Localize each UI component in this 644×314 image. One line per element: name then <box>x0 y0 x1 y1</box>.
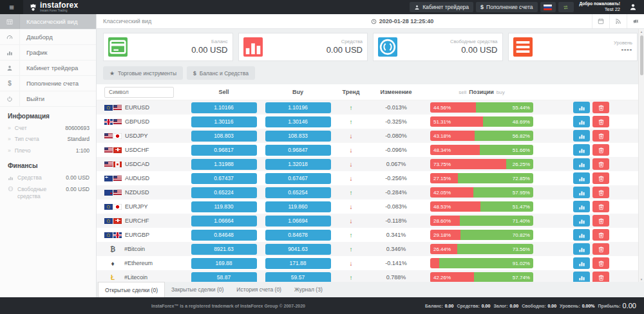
buy-price-button[interactable]: 0.96847 <box>265 145 331 156</box>
buy-price-button[interactable]: 0.67467 <box>265 173 331 184</box>
sidebar-item-logout[interactable]: Выйти <box>0 91 96 107</box>
sell-price-button[interactable]: 1.30116 <box>191 116 257 127</box>
sell-price-button[interactable]: 0.65224 <box>191 187 257 198</box>
coin-icon <box>378 37 397 57</box>
megaphone-icon[interactable] <box>627 14 644 28</box>
vertical-scrollbar[interactable]: ▴ ▾ <box>638 29 644 282</box>
sell-positions-segment: 28.60% <box>430 216 460 226</box>
delete-button[interactable] <box>592 272 609 282</box>
deposit-button[interactable]: $ Пополнение счета <box>476 2 537 12</box>
trend-cell: ↓ <box>335 175 367 182</box>
positions-cell: 91.02% <box>425 258 573 268</box>
delete-button[interactable] <box>592 116 609 127</box>
open-chart-button[interactable] <box>573 229 590 241</box>
bar-chart-icon <box>578 274 585 281</box>
avatar[interactable] <box>626 2 640 13</box>
sell-price-button[interactable]: 0.67437 <box>191 173 257 184</box>
buy-price-button[interactable]: 108.833 <box>265 131 331 142</box>
open-chart-button[interactable] <box>573 272 590 282</box>
symbol-cell: ₿#Bitcoin <box>97 246 187 253</box>
sell-price-button[interactable]: 0.96817 <box>191 145 257 156</box>
open-chart-button[interactable] <box>573 243 590 255</box>
buy-price-button[interactable]: 59.57 <box>265 272 331 282</box>
trading-instruments-button[interactable]: ★ Торговые инструменты <box>103 66 183 80</box>
open-chart-button[interactable] <box>573 201 590 212</box>
buy-price-button[interactable]: 9041.63 <box>265 244 331 255</box>
sidebar-item-classic-view[interactable]: Классический вид <box>0 14 96 30</box>
buy-price-button[interactable]: 0.84678 <box>265 230 331 241</box>
sidebar-item-trader-cabinet[interactable]: Кабинет трейдера <box>0 60 96 76</box>
tab-account-history[interactable]: История счета (0) <box>230 282 288 297</box>
buy-cell: 1.32018 <box>261 159 335 170</box>
open-chart-button[interactable] <box>573 102 590 113</box>
delete-button[interactable] <box>592 257 609 269</box>
open-chart-button[interactable] <box>573 116 590 127</box>
buy-price-button[interactable]: 1.32018 <box>265 159 331 170</box>
sell-percent: 42.05% <box>433 190 451 196</box>
open-chart-button[interactable] <box>573 172 590 184</box>
sell-percent: 42.26% <box>433 275 451 281</box>
sidebar-item-chart[interactable]: График <box>0 45 96 60</box>
tab-closed-trades[interactable]: Закрытые сделки (0) <box>165 282 230 297</box>
sell-price-button[interactable]: 1.06664 <box>191 216 257 226</box>
scroll-up-arrow-icon[interactable]: ▴ <box>641 29 643 34</box>
buy-percent: 56.82% <box>513 133 530 139</box>
delete-button[interactable] <box>592 102 609 113</box>
tab-journal[interactable]: Журнал (3) <box>288 282 329 297</box>
chevron-right-icon: » <box>8 125 11 131</box>
delete-button[interactable] <box>592 243 609 255</box>
sell-price-button[interactable]: 169.88 <box>191 258 257 269</box>
delete-button[interactable] <box>592 187 609 198</box>
language-button[interactable] <box>540 2 556 12</box>
delete-button[interactable] <box>592 229 609 241</box>
scrollbar-thumb[interactable] <box>640 35 643 75</box>
finance-label: Свободные средства <box>17 186 66 201</box>
tab-open-trades[interactable]: Открытые сделки (0) <box>98 282 165 297</box>
open-chart-button[interactable] <box>573 187 590 198</box>
buy-price-button[interactable]: 171.88 <box>265 258 331 269</box>
sell-price-button[interactable]: 1.10166 <box>191 102 257 113</box>
positions-cell: 27.15%72.85% <box>425 173 573 183</box>
bar-chart-icon <box>578 246 585 253</box>
sidebar-item-dashboard[interactable]: Дашборд <box>0 30 96 45</box>
buy-price-button[interactable]: 119.860 <box>265 201 331 212</box>
positions-bar: 42.26%57.74% <box>430 272 533 282</box>
buy-price-button[interactable]: 1.06694 <box>265 216 331 226</box>
buy-price-button[interactable]: 0.65254 <box>265 187 331 198</box>
sell-price-button[interactable]: 8921.63 <box>191 244 257 255</box>
symbol-filter-input[interactable] <box>104 87 174 98</box>
delete-button[interactable] <box>592 144 609 156</box>
open-chart-button[interactable] <box>573 215 590 226</box>
trend-down-arrow-icon: ↓ <box>350 133 353 140</box>
trader-cabinet-button[interactable]: Кабинет трейдера <box>410 2 473 12</box>
rss-icon[interactable] <box>609 14 627 28</box>
sell-price-button[interactable]: 119.830 <box>191 201 257 212</box>
sell-price-button[interactable]: 1.31988 <box>191 159 257 170</box>
sell-price-button[interactable]: 0.84648 <box>191 230 257 241</box>
actions-cell <box>573 243 644 255</box>
open-chart-button[interactable] <box>573 158 590 170</box>
sell-price-button[interactable]: 108.803 <box>191 131 257 142</box>
delete-button[interactable] <box>592 201 609 212</box>
delete-button[interactable] <box>592 215 609 226</box>
buy-price-button[interactable]: 1.30146 <box>265 116 331 127</box>
logo[interactable]: instaforex Instant Forex Trading <box>23 1 84 13</box>
open-chart-button[interactable] <box>573 130 590 142</box>
table-row: ♦#Ethereum169.88171.88↓-0.141%91.02% <box>97 256 644 270</box>
sidebar-item-deposit[interactable]: $Пополнение счета <box>0 76 96 91</box>
calendar-icon[interactable] <box>592 14 609 28</box>
logo-icon <box>29 3 37 12</box>
exchange-button[interactable] <box>558 2 574 12</box>
buy-price-button[interactable]: 1.10196 <box>265 102 331 113</box>
logo-name: instaforex <box>40 1 78 9</box>
menu-toggle-button[interactable]: ≡ <box>0 0 23 14</box>
delete-button[interactable] <box>592 130 609 142</box>
open-chart-button[interactable] <box>573 257 590 269</box>
delete-button[interactable] <box>592 172 609 184</box>
sell-price-button[interactable]: 58.87 <box>191 272 257 282</box>
bar-chart-icon <box>578 147 585 154</box>
open-chart-button[interactable] <box>573 144 590 156</box>
balance-funds-button[interactable]: $ Баланс и Средства <box>187 66 255 80</box>
scroll-down-arrow-icon[interactable]: ▾ <box>641 277 643 282</box>
delete-button[interactable] <box>592 158 609 170</box>
